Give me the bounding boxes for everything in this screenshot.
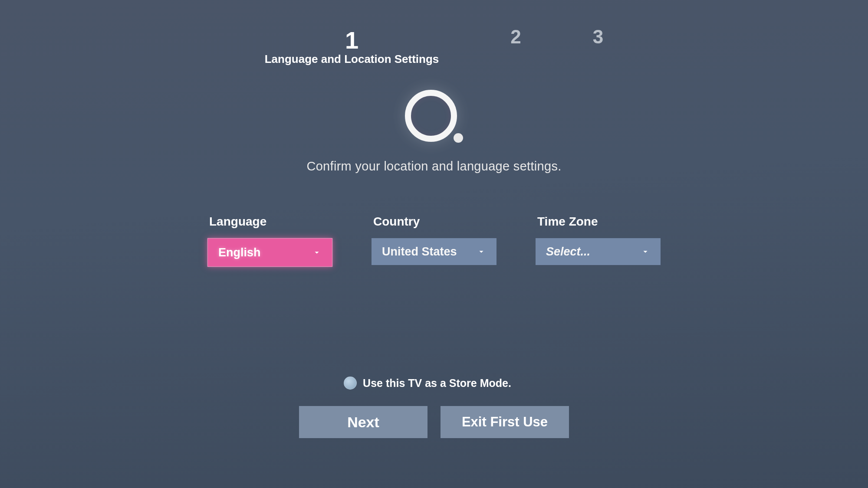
- language-field: Language English: [207, 215, 332, 267]
- step-1: 1 Language and Location Settings: [265, 26, 439, 66]
- step-number: 2: [510, 26, 521, 48]
- logo-icon: [405, 90, 463, 142]
- chevron-down-icon: [477, 247, 486, 256]
- store-mode-option[interactable]: Use this TV as a Store Mode.: [344, 377, 511, 390]
- country-field: Country United States: [372, 215, 496, 267]
- language-dropdown[interactable]: English: [207, 238, 332, 267]
- dropdown-value: Select...: [546, 245, 590, 259]
- settings-form: Language English Country United States T…: [207, 215, 661, 267]
- step-3: 3: [593, 26, 603, 48]
- timezone-field: Time Zone Select...: [536, 215, 661, 267]
- country-dropdown[interactable]: United States: [372, 238, 496, 265]
- step-number: 3: [593, 26, 603, 48]
- step-indicator: 1 Language and Location Settings 2 3: [265, 26, 604, 66]
- language-label: Language: [207, 215, 332, 229]
- step-label: Language and Location Settings: [265, 52, 439, 66]
- page-subtitle: Confirm your location and language setti…: [306, 159, 561, 174]
- timezone-label: Time Zone: [536, 215, 661, 229]
- store-mode-label: Use this TV as a Store Mode.: [363, 377, 511, 390]
- radio-icon: [344, 377, 357, 390]
- setup-screen: 1 Language and Location Settings 2 3 Con…: [0, 0, 868, 488]
- timezone-dropdown[interactable]: Select...: [536, 238, 661, 265]
- step-number: 1: [345, 26, 358, 54]
- button-row: Next Exit First Use: [299, 406, 569, 438]
- chevron-down-icon: [312, 248, 322, 257]
- footer: Use this TV as a Store Mode. Next Exit F…: [0, 377, 868, 438]
- exit-first-use-button[interactable]: Exit First Use: [441, 406, 569, 438]
- step-2: 2: [510, 26, 521, 48]
- dropdown-value: United States: [382, 245, 457, 259]
- dropdown-value: English: [218, 246, 261, 259]
- next-button[interactable]: Next: [299, 406, 427, 438]
- country-label: Country: [372, 215, 496, 229]
- chevron-down-icon: [641, 247, 650, 256]
